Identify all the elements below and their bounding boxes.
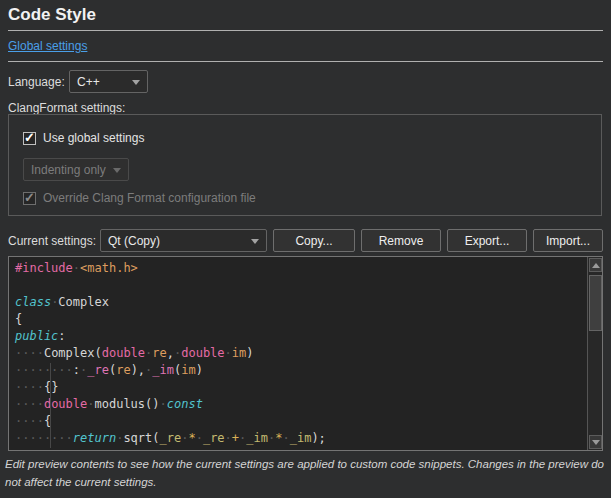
language-select[interactable]: C++: [69, 70, 148, 93]
copy-button[interactable]: Copy...: [273, 229, 355, 252]
scrollbar-thumb[interactable]: [589, 275, 602, 331]
code-line: ········return·sqrt(_re·*·_re·+·_im·*·_i…: [15, 430, 587, 447]
indenting-mode-select-value: Indenting only: [31, 163, 106, 177]
code-line: ····{}: [15, 379, 587, 396]
scroll-down-button[interactable]: [589, 435, 602, 449]
code-line: {: [15, 311, 587, 328]
code-line: public:: [15, 328, 587, 345]
code-style-settings-page: Code Style Global settings Language: C++…: [0, 0, 611, 498]
scroll-up-button[interactable]: [589, 258, 602, 272]
checkbox-checked-icon: [23, 132, 36, 145]
code-line: class·Complex: [15, 294, 587, 311]
global-settings-link[interactable]: Global settings: [8, 39, 87, 53]
vertical-scrollbar[interactable]: [587, 257, 602, 450]
divider: [8, 30, 603, 31]
use-global-settings-checkbox[interactable]: Use global settings: [23, 131, 144, 145]
code-line: #include·<math.h>: [15, 260, 587, 277]
code-line: ····Complex(double·re,·double·im): [15, 345, 587, 362]
language-select-value: C++: [77, 75, 100, 89]
current-settings-select[interactable]: Qt (Copy): [100, 229, 267, 252]
use-global-settings-label: Use global settings: [43, 131, 144, 145]
clangformat-settings-label: ClangFormat settings:: [8, 101, 125, 115]
code-line: ········:·_re(re),·_im(im): [15, 362, 587, 379]
code-line: ····double·modulus()·const: [15, 396, 587, 413]
indenting-mode-select: Indenting only: [23, 158, 129, 181]
triangle-down-icon: [592, 440, 600, 445]
triangle-up-icon: [592, 263, 600, 268]
import-button[interactable]: Import...: [533, 229, 603, 252]
code-line: [15, 277, 587, 294]
page-title: Code Style: [8, 5, 96, 25]
override-clang-format-checkbox: Override Clang Format configuration file: [23, 191, 256, 205]
current-settings-label: Current settings:: [8, 234, 96, 248]
indent-guide: [50, 363, 51, 448]
export-button[interactable]: Export...: [447, 229, 527, 252]
language-label: Language:: [8, 75, 65, 89]
footer-note: Edit preview contents to see how the cur…: [5, 456, 606, 492]
override-clang-format-label: Override Clang Format configuration file: [43, 191, 256, 205]
checkbox-checked-icon: [23, 192, 36, 205]
divider: [8, 61, 603, 62]
remove-button[interactable]: Remove: [361, 229, 441, 252]
current-settings-select-value: Qt (Copy): [108, 234, 160, 248]
code-area[interactable]: #include·<math.h> class·Complex{public:·…: [9, 257, 587, 450]
code-preview-editor[interactable]: #include·<math.h> class·Complex{public:·…: [8, 256, 603, 451]
clangformat-groupbox: Use global settings Indenting only Overr…: [8, 114, 602, 216]
code-line: ····{: [15, 413, 587, 430]
